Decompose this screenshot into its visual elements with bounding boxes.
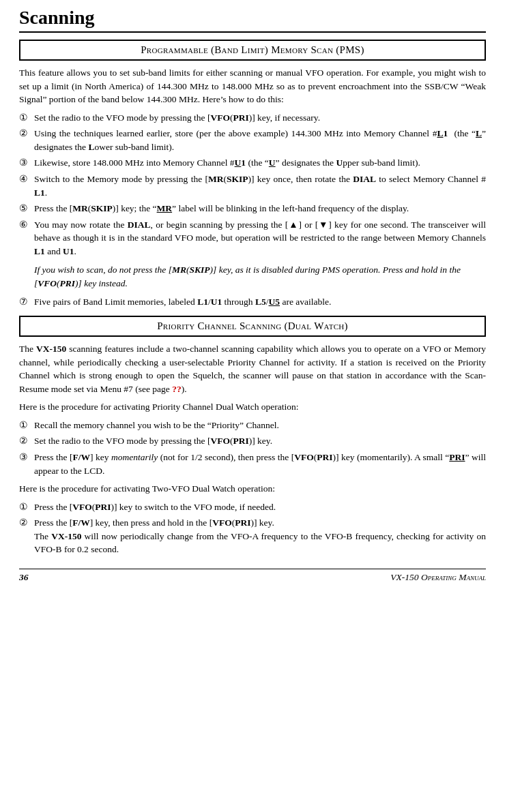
list-item: ③ Likewise, store 148.000 MHz into Memor… [19, 156, 486, 170]
section2-steps1: ① Recall the memory channel you wish to … [19, 419, 486, 477]
section1-intro: This feature allows you to set sub-band … [19, 66, 486, 106]
list-item: ⑦ Five pairs of Band Limit memories, lab… [19, 295, 486, 309]
section1-header: Programmable (Band Limit) Memory Scan (P… [19, 40, 486, 61]
list-item: ① Set the radio to the VFO mode by press… [19, 111, 486, 125]
page-title: Scanning [19, 7, 486, 33]
list-item: ② Set the radio to the VFO mode by press… [19, 434, 486, 448]
list-item: ② Using the techniques learned earlier, … [19, 127, 486, 153]
footer-page-number: 36 [19, 572, 29, 583]
section2-para2: Here is the procedure for activating Pri… [19, 400, 486, 414]
list-item: ④ Switch to the Memory mode by pressing … [19, 172, 486, 199]
section2-header: Priority Channel Scanning (Dual Watch) [19, 316, 486, 337]
page-footer: 36 VX-150 Operating Manual [19, 569, 486, 583]
section1-italic-note: If you wish to scan, do not press the [M… [34, 263, 486, 290]
list-item: ② Press the [F/W] key, then press and ho… [19, 516, 486, 556]
section2-para3: Here is the procedure for activating Two… [19, 482, 486, 496]
list-item: ① Press the [VFO(PRI)] key to switch to … [19, 500, 486, 514]
section2-steps2: ① Press the [VFO(PRI)] key to switch to … [19, 500, 486, 556]
list-item: ① Recall the memory channel you wish to … [19, 419, 486, 432]
section1-step7: ⑦ Five pairs of Band Limit memories, lab… [19, 295, 486, 309]
section1-steps: ① Set the radio to the VFO mode by press… [19, 111, 486, 258]
list-item: ⑥ You may now rotate the DIAL, or begin … [19, 218, 486, 258]
list-item: ⑤ Press the [MR(SKIP)] key; the “MR” lab… [19, 202, 486, 215]
section2-intro: The VX-150 scanning features include a t… [19, 342, 486, 395]
list-item: ③ Press the [F/W] key momentarily (not f… [19, 451, 486, 477]
footer-manual-name: VX-150 Operating Manual [390, 572, 486, 583]
